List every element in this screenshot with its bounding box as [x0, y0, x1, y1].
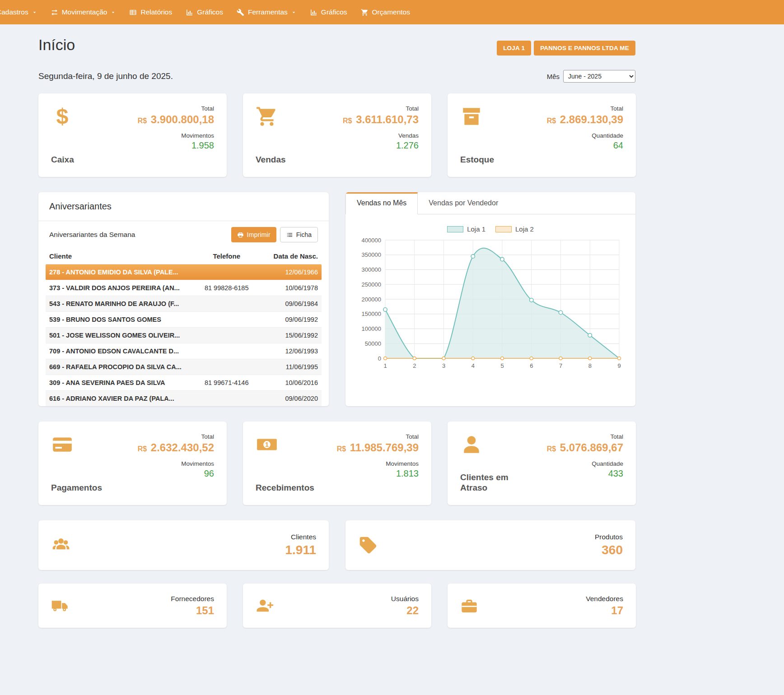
total-label: Total — [610, 433, 623, 440]
caret-down-icon — [32, 10, 37, 15]
company-button[interactable]: PANNOS E PANNOS LTDA ME — [534, 41, 635, 56]
chart-area: Loja 1Loja 2 050000100000150000200000250… — [345, 214, 635, 383]
stat-card-values: TotalR$ 2.869.130,39Quantidade64 — [547, 105, 623, 165]
bottom-cards: Fornecedores151Usuários22Vendedores17 — [38, 584, 635, 628]
stat-card-left: Clientes em Atraso — [460, 433, 519, 493]
nav-item-graficos[interactable]: Gráficos — [179, 0, 230, 24]
store-button[interactable]: LOJA 1 — [497, 41, 531, 56]
month-select[interactable]: June - 2025 — [563, 70, 635, 83]
count-label: Movimentos — [386, 460, 419, 467]
birthdays-table: Cliente Telefone Data de Nasc. 278 - ANT… — [38, 248, 329, 406]
credit-card-icon — [51, 433, 74, 456]
stat-card-name: Caixa — [51, 155, 74, 165]
user-plus-icon — [256, 597, 274, 615]
birthday-row[interactable]: 501 - JOSE WELISSON GOMES OLIVEIR...15/0… — [46, 328, 322, 343]
nav-item-orcamentos[interactable]: Orçamentos — [354, 0, 417, 24]
svg-text:50000: 50000 — [365, 340, 381, 347]
count-value: 1.276 — [396, 140, 419, 151]
briefcase-icon — [460, 597, 478, 615]
bar-chart-icon — [186, 9, 193, 16]
print-button[interactable]: Imprimir — [231, 227, 276, 242]
column-telefone: Telefone — [197, 252, 256, 260]
total-value: R$ 11.985.769,39 — [337, 441, 419, 454]
svg-text:7: 7 — [559, 362, 562, 369]
nav-item-relatorios[interactable]: Relatórios — [122, 0, 179, 24]
tab-vendas-no-mes[interactable]: Vendas no Mês — [345, 192, 418, 214]
birthdays-panel: Aniversariantes Aniversariantes da Seman… — [38, 192, 329, 406]
birthday-client: 278 - ANTONIO EMIDIO DA SILVA (PALE... — [49, 269, 197, 276]
birthday-date: 12/06/1993 — [256, 348, 318, 355]
ficha-button[interactable]: Ficha — [280, 227, 318, 242]
nav-item-movimentacao[interactable]: Movimentação — [44, 0, 123, 24]
legend-loja-2: Loja 2 — [495, 225, 534, 233]
birthday-date: 09/06/1984 — [256, 300, 318, 307]
count-label: Vendas — [398, 132, 419, 139]
sales-line-chart: 0500001000001500002000002500003000003500… — [356, 234, 625, 374]
nav-item-graficos[interactable]: Gráficos — [303, 0, 354, 24]
count-label: Quantidade — [592, 460, 623, 467]
total-value: R$ 5.076.869,67 — [547, 441, 623, 454]
birthday-client: 543 - RENATO MARINHO DE ARAUJO (F... — [49, 300, 197, 307]
navbar: CadastrosMovimentaçãoRelatóriosGráficosF… — [0, 0, 784, 24]
tag-icon — [358, 535, 378, 555]
stat-card-pagamentos: PagamentosTotalR$ 2.632.430,52Movimentos… — [38, 422, 227, 505]
exchange-icon — [51, 9, 58, 16]
nav-item-ferramentas[interactable]: Ferramentas — [230, 0, 303, 24]
report-icon — [129, 9, 137, 16]
wide-cards: Clientes1.911Produtos360 — [38, 520, 635, 570]
navbar-items: CadastrosMovimentaçãoRelatóriosGráficosF… — [0, 0, 417, 24]
nav-item-cadastros[interactable]: Cadastros — [0, 0, 44, 24]
page-title: Início — [38, 36, 75, 54]
column-data-nasc: Data de Nasc. — [256, 252, 318, 260]
stat-card-name: Recebimentos — [256, 483, 314, 493]
svg-text:3: 3 — [442, 362, 445, 369]
svg-text:4: 4 — [471, 362, 475, 369]
bottom-card-fornecedores: Fornecedores151 — [38, 584, 227, 628]
legend-label: Loja 2 — [515, 225, 534, 233]
svg-text:400000: 400000 — [362, 237, 381, 244]
stat-card-values: TotalR$ 11.985.769,39Movimentos1.813 — [337, 433, 419, 493]
stat-card-values: TotalR$ 5.076.869,67Quantidade433 — [547, 433, 623, 493]
birthday-row[interactable]: 309 - ANA SEVERINA PAES DA SILVA81 99671… — [46, 375, 322, 391]
birthdays-table-header: Cliente Telefone Data de Nasc. — [46, 248, 322, 264]
birthday-row[interactable]: 669 - RAFAELA PROCOPIO DA SILVA CA...11/… — [46, 359, 322, 375]
count-value: 1.958 — [191, 140, 214, 151]
svg-text:1: 1 — [383, 362, 387, 369]
legend-swatch-loja-2 — [495, 226, 512, 232]
stat-card-estoque: EstoqueTotalR$ 2.869.130,39Quantidade64 — [448, 93, 636, 177]
birthday-row[interactable]: 543 - RENATO MARINHO DE ARAUJO (F...09/0… — [46, 296, 322, 312]
nav-item-label: Ferramentas — [248, 8, 288, 16]
bottom-card-value: 151 — [171, 604, 214, 617]
birthday-date: 12/06/1966 — [256, 269, 318, 276]
count-value: 433 — [608, 468, 623, 479]
birthday-row[interactable]: 616 - ADRIANO XAVIER DA PAZ (PALA...09/0… — [46, 391, 322, 406]
birthday-row[interactable]: 278 - ANTONIO EMIDIO DA SILVA (PALE...12… — [46, 264, 322, 280]
svg-text:350000: 350000 — [362, 251, 381, 258]
mid-stat-cards: PagamentosTotalR$ 2.632.430,52Movimentos… — [38, 422, 635, 505]
stat-card-recebimentos: 1RecebimentosTotalR$ 11.985.769,39Movime… — [243, 422, 431, 505]
birthday-date: 11/06/1995 — [256, 363, 318, 371]
print-button-label: Imprimir — [247, 231, 271, 238]
total-value: R$ 3.611.610,73 — [343, 113, 419, 126]
list-icon — [286, 232, 293, 238]
date-text: Segunda-feira, 9 de junho de 2025. — [38, 71, 173, 81]
birthday-client: 669 - RAFAELA PROCOPIO DA SILVA CA... — [49, 363, 197, 371]
birthday-date: 09/06/2020 — [256, 395, 318, 402]
middle-panels: Aniversariantes Aniversariantes da Seman… — [38, 192, 635, 406]
svg-text:6: 6 — [530, 362, 533, 369]
tab-vendas-por-vendedor[interactable]: Vendas por Vendedor — [418, 192, 509, 214]
birthday-row[interactable]: 709 - ANTONIO EDSON CAVALCANTE D...12/06… — [46, 343, 322, 359]
bottom-card-value: 22 — [391, 604, 419, 617]
sales-chart-panel: Vendas no MêsVendas por Vendedor Loja 1L… — [345, 192, 635, 406]
birthday-row[interactable]: 373 - VALDIR DOS ANJOS PEREIRA (AN...81 … — [46, 280, 322, 296]
money-icon: 1 — [256, 433, 278, 456]
svg-text:0: 0 — [378, 355, 381, 362]
birthday-client: 709 - ANTONIO EDSON CAVALCANTE D... — [49, 348, 197, 355]
total-value: R$ 3.900.800,18 — [138, 113, 214, 126]
svg-text:250000: 250000 — [362, 281, 381, 288]
count-label: Movimentos — [181, 460, 214, 467]
caret-down-icon — [291, 10, 296, 15]
title-buttons: LOJA 1 PANNOS E PANNOS LTDA ME — [497, 41, 635, 56]
birthday-row[interactable]: 539 - BRUNO DOS SANTOS GOMES09/06/1992 — [46, 312, 322, 328]
birthday-phone: 81 99828-6185 — [197, 284, 256, 292]
